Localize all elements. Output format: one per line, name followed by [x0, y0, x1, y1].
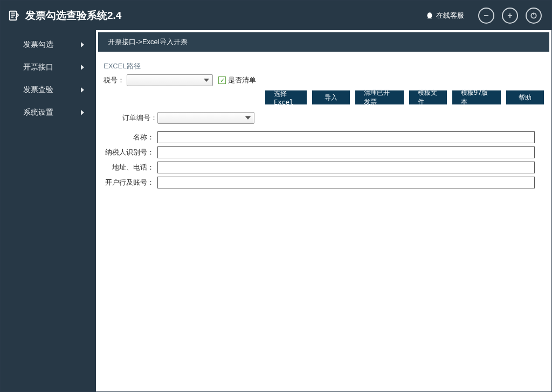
content-area: 开票接口->Excel导入开票 EXCEL路径 税号： ✓ 是否清单 选择Exc…: [96, 30, 551, 391]
sidebar-item-label: 发票查验: [23, 85, 53, 95]
sidebar-item-label: 系统设置: [23, 108, 53, 117]
address-phone-label: 地址、电话：: [104, 163, 157, 172]
taxpayer-id-label: 纳税人识别号：: [104, 148, 157, 157]
minimize-button[interactable]: [478, 8, 494, 24]
address-phone-input[interactable]: [157, 162, 535, 173]
sidebar-item-invoice-verify[interactable]: 发票查验: [1, 79, 96, 101]
chevron-right-icon: [81, 65, 84, 70]
sidebar-item-invoice-check[interactable]: 发票勾选: [1, 33, 96, 56]
import-button[interactable]: 导入: [312, 90, 350, 104]
excel-path-label: EXCEL路径: [104, 61, 544, 71]
qq-icon: [425, 11, 434, 20]
app-header: 发票勾选查验系统2.4 在线客服: [1, 1, 551, 30]
customer-service-link[interactable]: 在线客服: [425, 11, 464, 20]
bank-account-input[interactable]: [157, 177, 535, 188]
name-input[interactable]: [157, 131, 535, 143]
chevron-right-icon: [81, 42, 84, 47]
tax-number-label: 税号：: [104, 75, 125, 85]
close-button[interactable]: [526, 8, 542, 24]
help-button[interactable]: 帮助: [506, 90, 544, 104]
template-file-button[interactable]: 模板文件: [409, 90, 447, 104]
breadcrumb: 开票接口->Excel导入开票: [98, 32, 549, 52]
app-title: 发票勾选查验系统2.4: [25, 9, 121, 23]
breadcrumb-text: 开票接口->Excel导入开票: [108, 37, 188, 47]
name-label: 名称：: [104, 132, 157, 142]
is-list-checkbox[interactable]: ✓: [218, 76, 226, 84]
maximize-button[interactable]: [502, 8, 518, 24]
customer-service-label: 在线客服: [436, 11, 464, 20]
sidebar: 发票勾选 开票接口 发票查验 系统设置: [1, 30, 96, 391]
taxpayer-id-input[interactable]: [157, 146, 535, 158]
is-list-label: 是否清单: [228, 75, 256, 85]
sidebar-item-invoice-interface[interactable]: 开票接口: [1, 56, 96, 79]
app-logo-icon: [8, 10, 20, 22]
order-number-select[interactable]: [157, 112, 254, 124]
chevron-right-icon: [81, 110, 84, 115]
order-number-label: 订单编号：: [104, 113, 157, 123]
select-excel-button[interactable]: 选择Excel: [265, 90, 307, 104]
clear-invoices-button[interactable]: 清理已开发票: [355, 90, 404, 104]
chevron-right-icon: [81, 87, 84, 93]
sidebar-item-system-settings[interactable]: 系统设置: [1, 101, 96, 124]
action-button-bar: 选择Excel 导入 清理已开发票 模板文件 模板97版本 帮助: [104, 90, 544, 104]
sidebar-item-label: 发票勾选: [23, 40, 53, 50]
bank-account-label: 开户行及账号：: [104, 178, 157, 187]
tax-number-select[interactable]: [127, 74, 213, 86]
template97-button[interactable]: 模板97版本: [452, 90, 501, 104]
sidebar-item-label: 开票接口: [23, 62, 53, 72]
